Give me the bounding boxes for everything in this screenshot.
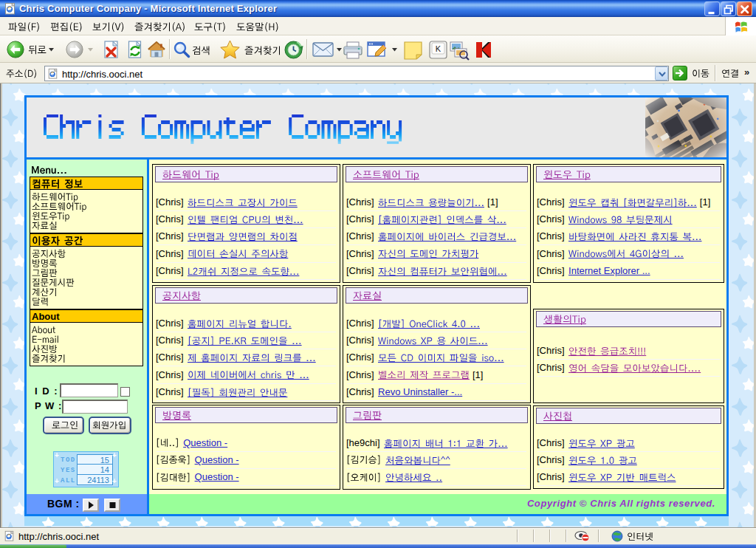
svg-text:K: K bbox=[436, 44, 441, 53]
